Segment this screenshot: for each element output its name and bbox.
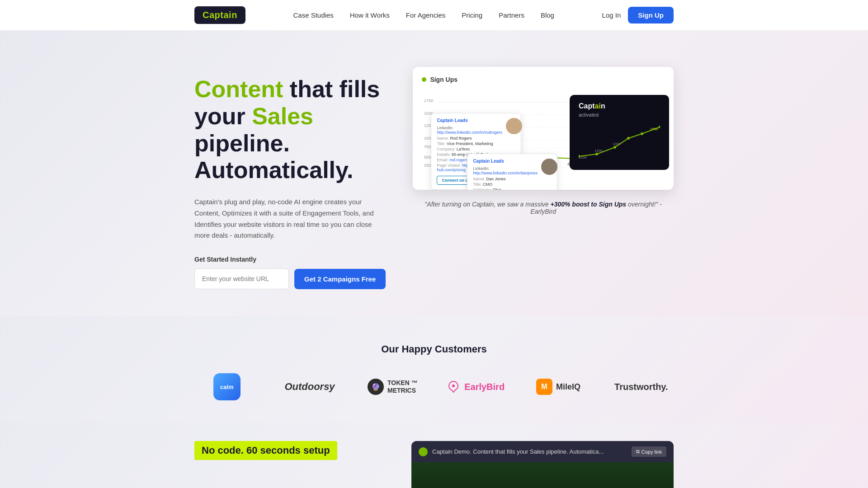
- calm-icon: calm: [213, 373, 241, 400]
- nav-for-agencies[interactable]: For Agencies: [406, 11, 446, 19]
- mileiq-container: M MileIQ: [536, 379, 580, 395]
- signup-button[interactable]: Sign Up: [628, 7, 674, 23]
- video-topbar: Captain Demo. Content that fills your Sa…: [411, 441, 674, 462]
- hero-section: Content that fillsyour Salespipeline.Aut…: [0, 31, 868, 316]
- svg-text:1500: 1500: [650, 127, 658, 131]
- testimonial-highlight: +300% boost to Sign Ups: [550, 201, 626, 208]
- lead-popup-2: Captain Leads LinkedIn: http://www.linke…: [467, 154, 557, 190]
- logo-text: Captain: [203, 10, 237, 20]
- copy-icon: ⧉: [636, 449, 640, 455]
- nav-case-studies[interactable]: Case Studies: [293, 11, 334, 19]
- earlybird-text: EarlyBird: [464, 382, 505, 392]
- dark-card: Captain activated 1000 1200: [570, 95, 669, 170]
- video-title: Captain Demo. Content that fills your Sa…: [432, 448, 627, 455]
- svg-text:1300: 1300: [613, 142, 621, 146]
- outdoorsy-logo: Outdoorsy: [277, 381, 342, 393]
- chart-header: Sign Ups: [422, 76, 665, 83]
- nav-how-it-works[interactable]: How it Works: [350, 11, 390, 19]
- calm-text: calm: [220, 384, 234, 390]
- customers-section: Our Happy Customers calm Outdoorsy 🔮 TOK…: [0, 316, 868, 423]
- svg-text:500: 500: [424, 155, 431, 160]
- dark-card-logo: Captain: [579, 102, 660, 110]
- cta-label: Get Started Instantly: [194, 256, 386, 263]
- nav-actions: Log In Sign Up: [602, 7, 674, 23]
- cta-button[interactable]: Get 2 Campaigns Free: [294, 269, 386, 289]
- hero-title-word4: pipeline.Automatically.: [194, 130, 354, 183]
- navigation: Captain Case Studies How it Works For Ag…: [0, 0, 868, 31]
- bottom-left: No code. 60 seconds setup: [194, 441, 384, 460]
- nav-blog[interactable]: Blog: [541, 11, 554, 19]
- mileiq-text: MileIQ: [556, 382, 580, 392]
- lead-popup-1-header: Captain Leads: [437, 118, 502, 123]
- green-dot-icon: [422, 77, 426, 82]
- testimonial-text-before: "After turning on Captain, we saw a mass…: [425, 201, 550, 208]
- svg-point-30: [613, 146, 616, 149]
- no-code-badge: No code. 60 seconds setup: [194, 441, 337, 460]
- token-metrics-container: 🔮 TOKEN ™METRICS: [368, 379, 418, 395]
- svg-text:750: 750: [424, 145, 431, 149]
- hero-title: Content that fillsyour Salespipeline.Aut…: [194, 76, 386, 184]
- svg-point-31: [627, 137, 630, 140]
- svg-point-29: [595, 153, 598, 155]
- bottom-section: No code. 60 seconds setup Captain Demo. …: [0, 423, 868, 488]
- video-favicon-icon: [419, 447, 428, 456]
- outdoorsy-text: Outdoorsy: [284, 381, 335, 393]
- testimonial: "After turning on Captain, we saw a mass…: [413, 201, 674, 215]
- token-metrics-text: TOKEN ™METRICS: [387, 379, 418, 394]
- logo[interactable]: Captain: [194, 6, 245, 24]
- lead-popup-2-header: Captain Leads: [473, 159, 538, 164]
- copy-link-label: Copy link: [642, 449, 662, 455]
- svg-text:1200: 1200: [594, 149, 603, 153]
- hero-left: Content that fillsyour Salespipeline.Aut…: [194, 67, 386, 289]
- bottom-right: Captain Demo. Content that fills your Sa…: [411, 441, 674, 488]
- mileiq-logo: M MileIQ: [526, 379, 590, 395]
- svg-text:1750: 1750: [424, 99, 434, 103]
- video-content: Content that fills: [411, 462, 674, 488]
- nav-pricing[interactable]: Pricing: [462, 11, 482, 19]
- token-metrics-logo: 🔮 TOKEN ™METRICS: [360, 379, 425, 395]
- earlybird-icon: [446, 380, 461, 394]
- chart-title: Sign Ups: [430, 76, 458, 83]
- svg-point-38: [452, 385, 455, 387]
- login-button[interactable]: Log In: [602, 11, 621, 19]
- dark-card-status: activated: [579, 112, 660, 117]
- trustworthy-text: Trustworthy.: [614, 382, 668, 392]
- url-input[interactable]: [194, 268, 289, 289]
- copy-link-button[interactable]: ⧉ Copy link: [632, 446, 666, 457]
- earlybird-logo: EarlyBird: [443, 380, 508, 394]
- nav-links: Case Studies How it Works For Agencies P…: [293, 11, 554, 19]
- hero-right: Sign Ups 1750 1500 1250 1000 750 500 250: [413, 67, 674, 215]
- svg-point-32: [641, 132, 643, 135]
- mileiq-icon: M: [536, 379, 552, 395]
- customer-logos: calm Outdoorsy 🔮 TOKEN ™METRICS: [194, 373, 674, 400]
- earlybird-container: EarlyBird: [446, 380, 505, 394]
- cta-row: Get 2 Campaigns Free: [194, 268, 386, 289]
- customers-title: Our Happy Customers: [194, 343, 674, 355]
- hero-title-word1: Content: [194, 76, 283, 102]
- hero-title-word3: Sales: [252, 103, 313, 129]
- svg-point-33: [659, 126, 660, 128]
- chart-area: 1750 1500 1250 1000 750 500 250: [422, 90, 665, 181]
- dark-chart-svg: 1000 1200 1300 1500: [579, 125, 660, 161]
- calm-logo: calm: [194, 373, 259, 400]
- hero-description: Captain's plug and play, no-code AI engi…: [194, 197, 386, 241]
- nav-partners[interactable]: Partners: [499, 11, 524, 19]
- token-metrics-icon: 🔮: [368, 379, 384, 395]
- dashboard-mockup: Sign Ups 1750 1500 1250 1000 750 500 250: [413, 67, 674, 190]
- svg-text:1000: 1000: [579, 155, 587, 160]
- svg-text:250: 250: [424, 163, 431, 168]
- trustworthy-logo: Trustworthy.: [609, 382, 674, 392]
- video-preview: Captain Demo. Content that fills your Sa…: [411, 441, 674, 488]
